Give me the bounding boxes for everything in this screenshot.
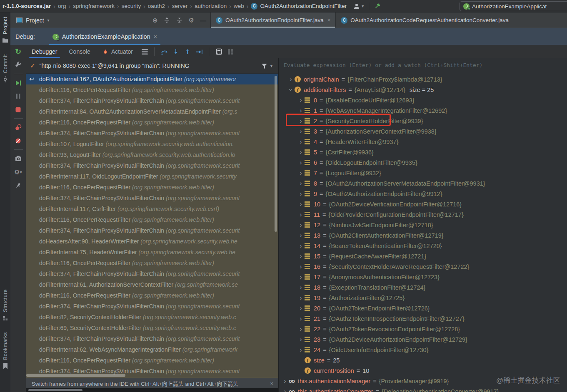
variable-row[interactable]: ›6={OidcLogoutEndpointFilter@9935} bbox=[279, 157, 567, 168]
variable-row[interactable]: ›oothis.authenticationConverter={Delegat… bbox=[279, 386, 567, 392]
locate-file-icon[interactable]: ⊕ bbox=[152, 17, 158, 23]
project-caret-icon[interactable]: ▾ bbox=[47, 18, 50, 22]
stack-frame[interactable]: doFilter:374, FilterChainProxy$VirtualFi… bbox=[26, 268, 278, 279]
variable-row[interactable]: ›9={OAuth2AuthorizationEndpointFilter@99… bbox=[279, 189, 567, 199]
stack-frame[interactable]: doFilter:107, LogoutFilter (org.springfr… bbox=[26, 139, 278, 149]
bottom-scrollbar-thumb[interactable] bbox=[28, 389, 82, 391]
profile-icon[interactable] bbox=[353, 3, 360, 10]
variable-row[interactable]: ›18={ExceptionTranslationFilter@12724} bbox=[279, 282, 567, 293]
tree-chevron-icon[interactable]: › bbox=[287, 86, 295, 94]
variable-row[interactable]: ›7={LogoutFilter@9932} bbox=[279, 168, 567, 178]
stack-frame[interactable]: doFilter:374, FilterChainProxy$VirtualFi… bbox=[26, 333, 278, 344]
stack-frame[interactable]: doFilter:374, FilterChainProxy$VirtualFi… bbox=[26, 95, 278, 106]
breadcrumb-item[interactable]: oauth2 bbox=[147, 3, 166, 9]
tree-chevron-icon[interactable]: › bbox=[297, 263, 305, 270]
build-hammer-icon[interactable] bbox=[374, 3, 381, 10]
variable-row[interactable]: ›22={OAuth2TokenRevocationEndpointFilter… bbox=[279, 324, 567, 334]
tree-chevron-icon[interactable]: › bbox=[297, 138, 305, 146]
profile-caret-icon[interactable]: ▾ bbox=[362, 4, 364, 8]
variable-row[interactable]: ›0={DisableEncodeUrlFilter@12693} bbox=[279, 95, 567, 105]
evaluate-expression-input[interactable]: Evaluate expression (Enter) or add a wat… bbox=[279, 58, 567, 72]
sidebar-item-project[interactable]: Project bbox=[2, 17, 9, 43]
tab-console[interactable]: Console bbox=[63, 45, 96, 58]
tree-chevron-icon[interactable]: › bbox=[297, 325, 305, 333]
variable-row[interactable]: ›19={AuthorizationFilter@12725} bbox=[279, 293, 567, 303]
tree-chevron-icon[interactable]: › bbox=[297, 180, 305, 187]
tree-chevron-icon[interactable]: › bbox=[297, 253, 305, 260]
stack-frame[interactable]: doFilter:116, OncePerRequestFilter (org.… bbox=[26, 84, 278, 95]
variable-row[interactable]: ›14={BearerTokenAuthenticationFilter@127… bbox=[279, 241, 567, 251]
variable-row[interactable]: ›13={OAuth2ClientAuthenticationFilter@12… bbox=[279, 230, 567, 241]
stack-frame[interactable]: doFilterInternal:61, AuthorizationServer… bbox=[26, 279, 278, 290]
close-tab-icon[interactable]: × bbox=[327, 17, 331, 23]
debugger-settings-gear-icon[interactable]: ⚙▾ bbox=[12, 167, 24, 177]
variable-row[interactable]: ›foriginalChain={FilterChainProxy$lambda… bbox=[279, 74, 567, 84]
breadcrumb-class-item[interactable]: C OAuth2AuthorizationEndpointFilter bbox=[250, 3, 347, 10]
stack-frame[interactable]: doFilterInternal:117, OidcLogoutEndpoint… bbox=[26, 171, 278, 182]
stack-frame[interactable]: doFilter:116, OncePerRequestFilter (org.… bbox=[26, 355, 278, 366]
tree-chevron-icon[interactable]: › bbox=[297, 221, 305, 229]
stack-frame[interactable]: doFilterInternal:117, CsrfFilter (org.sp… bbox=[26, 203, 278, 214]
resume-program-icon[interactable] bbox=[12, 78, 24, 88]
expand-all-icon[interactable] bbox=[164, 17, 170, 24]
stack-frame[interactable]: doFilter:82, SecurityContextHolderFilter… bbox=[26, 312, 278, 323]
tree-chevron-icon[interactable]: › bbox=[297, 159, 305, 166]
frames-horizontal-scrollbar[interactable] bbox=[26, 374, 125, 377]
variable-row[interactable]: ›8={OAuth2AuthorizationServerMetadataEnd… bbox=[279, 178, 567, 189]
stop-icon[interactable] bbox=[12, 104, 24, 114]
variable-row[interactable]: ›5={CsrfFilter@9936} bbox=[279, 147, 567, 157]
variable-row[interactable]: ›15={RequestCacheAwareFilter@12721} bbox=[279, 251, 567, 261]
step-over-icon[interactable] bbox=[158, 47, 170, 57]
collapse-all-icon[interactable] bbox=[176, 17, 183, 24]
close-hint-icon[interactable]: × bbox=[270, 380, 273, 387]
tree-chevron-icon[interactable]: › bbox=[297, 190, 305, 198]
thread-dropdown-caret-icon[interactable]: ▾ bbox=[270, 64, 272, 68]
breadcrumb-item[interactable]: authorization bbox=[194, 3, 227, 9]
mute-breakpoints-icon[interactable] bbox=[12, 136, 24, 146]
variable-row[interactable]: ›10={OAuth2DeviceVerificationEndpointFil… bbox=[279, 199, 567, 209]
tab-actuator[interactable]: Actuator bbox=[96, 45, 139, 58]
evaluate-expression-icon[interactable] bbox=[213, 47, 225, 57]
stack-frame[interactable]: doFilter:69, SecurityContextHolderFilter… bbox=[26, 323, 278, 333]
run-configuration-selector[interactable]: AuthorizationExampleApplicat bbox=[460, 1, 567, 11]
stack-frame[interactable]: doFilter:116, OncePerRequestFilter (org.… bbox=[26, 182, 278, 193]
variable-row[interactable]: ›12={NimbusJwkSetEndpointFilter@12718} bbox=[279, 220, 567, 230]
tree-chevron-icon[interactable]: › bbox=[297, 315, 305, 323]
variable-row[interactable]: ›21={OAuth2TokenIntrospectionEndpointFil… bbox=[279, 313, 567, 324]
frames-vertical-scrollbar[interactable] bbox=[275, 76, 277, 232]
variable-row[interactable]: ›16={SecurityContextHolderAwareRequestFi… bbox=[279, 261, 567, 272]
layout-menu-icon[interactable] bbox=[139, 47, 150, 57]
variable-row[interactable]: ›fadditionalFilters={ArrayList@12714}siz… bbox=[279, 84, 567, 95]
stack-frame[interactable]: doFilter:374, FilterChainProxy$VirtualFi… bbox=[26, 301, 278, 312]
editor-tab[interactable]: C OAuth2AuthorizationCodeRequestAuthenti… bbox=[335, 12, 514, 28]
stack-frame[interactable]: doFilter:116, OncePerRequestFilter (org.… bbox=[26, 290, 278, 301]
tree-chevron-icon[interactable]: › bbox=[297, 273, 305, 281]
tree-chevron-icon[interactable]: › bbox=[297, 242, 305, 250]
breadcrumb-item[interactable]: org bbox=[57, 3, 67, 9]
tree-chevron-icon[interactable]: › bbox=[297, 346, 305, 354]
stack-frame[interactable]: doFilter:116, OncePerRequestFilter (org.… bbox=[26, 258, 278, 268]
tree-chevron-icon[interactable]: › bbox=[297, 305, 305, 312]
stack-frame[interactable]: doFilter:374, FilterChainProxy$VirtualFi… bbox=[26, 193, 278, 203]
stack-frame[interactable]: doFilter:116, OncePerRequestFilter (org.… bbox=[26, 117, 278, 128]
tree-chevron-icon[interactable]: › bbox=[297, 294, 305, 302]
tree-chevron-icon[interactable]: › bbox=[297, 149, 305, 156]
breadcrumb-item[interactable]: server bbox=[171, 3, 189, 9]
tree-chevron-icon[interactable]: › bbox=[297, 169, 305, 177]
stack-frame[interactable]: doFilter:374, FilterChainProxy$VirtualFi… bbox=[26, 128, 278, 139]
tree-chevron-icon[interactable]: › bbox=[297, 107, 305, 114]
stack-frame[interactable]: doHeadersAfter:90, HeaderWriterFilter (o… bbox=[26, 236, 278, 247]
tree-chevron-icon[interactable]: › bbox=[297, 201, 305, 208]
wrench-settings-icon[interactable] bbox=[12, 60, 24, 70]
variable-row[interactable]: ›fsize=25 bbox=[279, 355, 567, 365]
variable-row[interactable]: ›23={OAuth2DeviceAuthorizationEndpointFi… bbox=[279, 334, 567, 345]
tree-chevron-icon[interactable]: › bbox=[297, 232, 305, 239]
layout-settings-icon[interactable] bbox=[225, 47, 236, 57]
hide-toolwindow-icon[interactable]: — bbox=[200, 17, 206, 23]
tree-chevron-icon[interactable]: › bbox=[297, 211, 305, 218]
breadcrumb-item[interactable]: web bbox=[233, 3, 245, 9]
stack-frame[interactable]: ↩doFilterInternal:162, OAuth2Authorizati… bbox=[26, 74, 278, 84]
breadcrumb-item[interactable]: springframework bbox=[72, 3, 115, 9]
stack-frame[interactable]: doFilterInternal:62, WebAsyncManagerInte… bbox=[26, 344, 278, 355]
debug-session-tab[interactable]: AuthorizationExampleApplication × bbox=[47, 28, 163, 45]
